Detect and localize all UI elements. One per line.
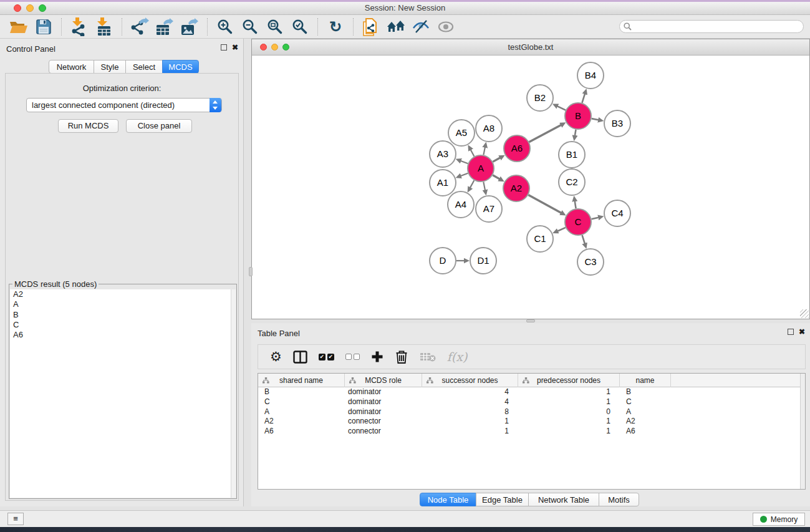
table-cell[interactable]: dominator — [345, 397, 422, 407]
mcds-result-item[interactable]: C — [10, 320, 231, 330]
memory-button[interactable]: Memory — [753, 513, 805, 526]
graph-edge-A-A8[interactable] — [483, 147, 485, 155]
task-history-button[interactable]: ≡ — [7, 513, 24, 525]
table-cell[interactable]: 4 — [422, 387, 518, 397]
close-panel-button[interactable]: Close panel — [126, 119, 192, 133]
graph-edge-A-A6[interactable] — [493, 158, 500, 162]
table-cell[interactable]: 8 — [422, 407, 518, 417]
refresh-icon[interactable]: ↻ — [325, 17, 346, 37]
column-header-successor-nodes[interactable]: successor nodes — [422, 374, 518, 387]
graph-edge-A-A3[interactable] — [461, 161, 468, 163]
graph-edge-A6-B[interactable] — [529, 125, 561, 142]
mcds-result-scrollbar[interactable] — [231, 289, 236, 498]
table-row[interactable]: Adominator80A — [258, 407, 805, 417]
show-details-icon[interactable] — [435, 17, 456, 37]
mcds-result-item[interactable]: B — [10, 310, 231, 320]
graph-edge-A2-C[interactable] — [528, 195, 561, 213]
tab-motifs[interactable]: Motifs — [599, 493, 639, 506]
graph-edge-A-A1[interactable] — [461, 173, 468, 176]
criterion-dropdown[interactable]: largest connected component (directed) — [26, 98, 222, 112]
graph-edge-A-A4[interactable] — [470, 180, 474, 188]
table-cell[interactable]: connector — [345, 427, 422, 437]
table-cell[interactable]: 1 — [518, 427, 620, 437]
select-all-icon[interactable]: ✔✔ — [319, 347, 334, 366]
table-cell[interactable]: 1 — [422, 427, 518, 437]
duplicate-network-icon[interactable] — [360, 17, 382, 37]
table-cell[interactable]: A2 — [620, 417, 671, 427]
table-cell[interactable]: A6 — [258, 427, 345, 437]
zoom-fit-icon[interactable] — [264, 17, 286, 37]
hide-graphics-details-icon[interactable] — [410, 17, 432, 37]
table-cell[interactable]: 1 — [518, 387, 620, 397]
close-table-panel-icon[interactable]: ✖ — [799, 328, 805, 336]
table-cell[interactable]: 0 — [518, 407, 620, 417]
show-columns-icon[interactable] — [293, 347, 307, 366]
mcds-result-item[interactable]: A — [10, 299, 231, 309]
mcds-result-list[interactable]: A2ABCA6 — [10, 289, 231, 498]
graph-edge-A-A5[interactable] — [471, 150, 475, 156]
network-window-titlebar[interactable]: testGlobe.txt — [252, 39, 809, 56]
run-mcds-button[interactable]: Run MCDS — [58, 119, 118, 133]
function-builder-icon[interactable]: f(x) — [447, 347, 468, 366]
network-horizontal-scrollbar[interactable] — [526, 319, 535, 322]
graph-edge-A-A2[interactable] — [493, 175, 499, 179]
table-row[interactable]: Bdominator41B — [258, 387, 805, 397]
table-cell[interactable]: 4 — [422, 397, 518, 407]
table-row[interactable]: A2connector11A2 — [258, 417, 805, 427]
tab-style[interactable]: Style — [94, 60, 126, 74]
graph-edge-B-B1[interactable] — [575, 130, 576, 136]
column-header-shared-name[interactable]: shared name — [258, 374, 345, 387]
graph-edge-C-C4[interactable] — [591, 218, 598, 220]
network-graph[interactable]: AA1A2A3A4A5A6A7A8BB1B2B3B4CC1C2C3C4DD1 — [252, 56, 809, 319]
close-panel-icon[interactable]: ✖ — [232, 44, 238, 51]
graph-edge-C-C2[interactable] — [575, 201, 576, 209]
export-image-icon[interactable] — [179, 17, 200, 37]
table-cell[interactable]: B — [258, 387, 345, 397]
table-cell[interactable]: connector — [345, 417, 422, 427]
column-header-name[interactable]: name — [620, 374, 671, 387]
open-session-icon[interactable] — [8, 17, 29, 37]
zoom-in-icon[interactable] — [215, 17, 236, 37]
import-network-icon[interactable] — [69, 17, 90, 37]
mcds-result-item[interactable]: A2 — [10, 289, 231, 299]
float-table-panel-icon[interactable] — [788, 329, 794, 335]
table-cell[interactable]: dominator — [345, 387, 422, 397]
deselect-all-icon[interactable] — [345, 347, 360, 366]
export-table-icon[interactable] — [154, 17, 175, 37]
table-settings-icon[interactable]: ⚙ — [270, 347, 282, 366]
tab-edge-table[interactable]: Edge Table — [476, 493, 529, 506]
table-cell[interactable]: 1 — [422, 417, 518, 427]
main-titlebar[interactable]: Session: New Session — [0, 2, 810, 15]
add-icon[interactable] — [371, 347, 383, 366]
table-cell[interactable]: A — [620, 407, 671, 417]
delete-table-icon[interactable] — [420, 347, 436, 366]
network-vertical-scrollbar[interactable] — [249, 267, 253, 276]
tab-network-table[interactable]: Network Table — [528, 493, 599, 506]
table-cell[interactable]: A2 — [258, 417, 345, 427]
table-cell[interactable]: C — [620, 397, 671, 407]
tab-node-table[interactable]: Node Table — [420, 493, 476, 506]
table-cell[interactable]: C — [258, 397, 345, 407]
zoom-out-icon[interactable] — [239, 17, 261, 37]
table-cell[interactable]: 1 — [518, 417, 620, 427]
tab-mcds[interactable]: MCDS — [162, 60, 199, 74]
graph-edge-C-C1[interactable] — [557, 228, 566, 231]
graph-edge-B-B3[interactable] — [592, 118, 599, 120]
save-session-icon[interactable] — [33, 17, 54, 37]
tab-network[interactable]: Network — [49, 60, 94, 74]
delete-row-icon[interactable] — [395, 347, 408, 366]
search-input[interactable] — [619, 20, 804, 33]
table-cell[interactable]: 1 — [518, 397, 620, 407]
table-cell[interactable]: dominator — [345, 407, 422, 417]
export-network-icon[interactable] — [129, 17, 150, 37]
graph-edge-B-B4[interactable] — [582, 94, 584, 103]
column-header-predecessor-nodes[interactable]: predecessor nodes — [518, 374, 620, 387]
graph-edge-B-B2[interactable] — [557, 106, 566, 110]
table-scrollbar[interactable] — [800, 374, 805, 489]
table-row[interactable]: A6connector11A6 — [258, 427, 805, 437]
mcds-result-item[interactable]: A6 — [10, 330, 231, 340]
import-table-icon[interactable] — [94, 17, 115, 37]
float-panel-icon[interactable] — [221, 44, 227, 51]
resize-grip[interactable] — [800, 309, 809, 318]
column-header-MCDS-role[interactable]: MCDS role — [345, 374, 422, 387]
